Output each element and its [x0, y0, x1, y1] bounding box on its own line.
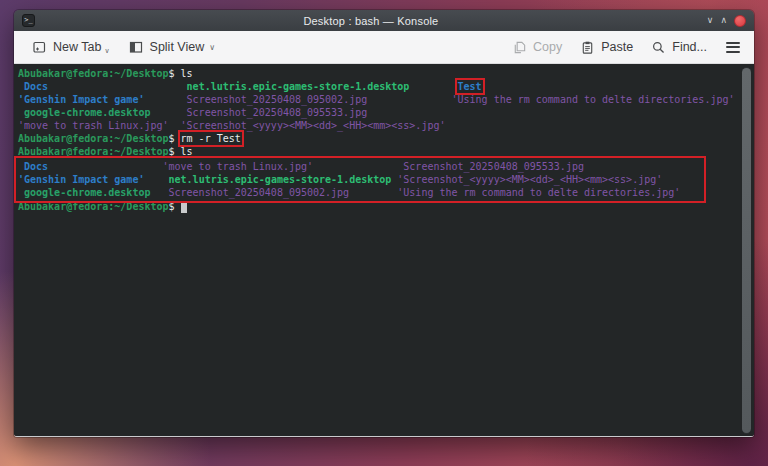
new-tab-dropdown-icon: ∨	[104, 47, 109, 55]
titlebar[interactable]: >_ Desktop : bash — Konsole ∨ ∧	[14, 10, 754, 31]
scrollbar-track	[742, 67, 751, 434]
terminal-text: Screenshot_20250408_095002.jpg	[187, 94, 368, 105]
terminal-output[interactable]: Abubakar@fedora:~/Desktop$ ls Docs net.l…	[14, 64, 754, 437]
terminal-text	[409, 81, 457, 92]
terminal-text: 'move to trash Linux.jpg'	[18, 120, 169, 131]
window-title: Desktop : bash — Konsole	[35, 15, 707, 27]
maximize-button[interactable]: ∧	[720, 16, 727, 25]
terminal-text	[144, 94, 186, 105]
terminal-text: Docs	[18, 161, 48, 172]
split-view-button[interactable]: Split View ∨	[121, 34, 223, 60]
copy-icon	[512, 40, 527, 55]
terminal-line: google-chrome.desktop Screenshot_2025040…	[18, 186, 680, 199]
terminal-text: Abubakar@fedora:~/Desktop	[18, 68, 169, 79]
terminal-text: $ ls	[169, 146, 193, 157]
split-view-icon	[128, 39, 144, 55]
split-view-dropdown-icon: ∨	[209, 43, 215, 52]
terminal-text: 'Genshin Impact game'	[18, 94, 144, 105]
terminal-line: Docs 'move to trash Linux.jpg' Screensho…	[18, 160, 680, 173]
highlight-annotation-box: Docs 'move to trash Linux.jpg' Screensho…	[18, 160, 702, 199]
find-button[interactable]: Find...	[644, 35, 714, 60]
copy-button[interactable]: Copy	[505, 35, 569, 60]
terminal-text	[367, 94, 451, 105]
terminal-cursor	[181, 202, 187, 213]
new-tab-icon	[31, 39, 47, 55]
split-view-label: Split View	[150, 40, 205, 54]
new-tab-button[interactable]: New Tab ∨	[24, 34, 117, 60]
toolbar: New Tab ∨ Split View ∨ Copy Paste	[14, 31, 754, 64]
terminal-text: 'Using the rm command to delte directori…	[397, 187, 680, 198]
terminal-text: google-chrome.desktop	[18, 187, 150, 198]
terminal-line: google-chrome.desktop Screenshot_2025040…	[18, 106, 740, 119]
terminal-text: net.lutris.epic-games-store-1.desktop	[187, 81, 410, 92]
konsole-app-icon: >_	[22, 14, 35, 27]
terminal-text: rm -r Test	[181, 133, 241, 144]
find-label: Find...	[672, 40, 707, 54]
terminal-text: 'Screenshot_<yyyy><MM><dd>_<HH><mm><ss>.…	[397, 174, 662, 185]
close-button[interactable]	[734, 15, 746, 27]
terminal-text: $	[169, 201, 181, 212]
menu-button[interactable]	[718, 37, 744, 58]
terminal-text	[150, 107, 186, 118]
terminal-text: 'Screenshot_<yyyy><MM><dd>_<HH><mm><ss>.…	[181, 120, 446, 131]
terminal-text: Abubakar@fedora:~/Desktop	[18, 133, 169, 144]
terminal-text	[150, 187, 168, 198]
terminal-text	[313, 161, 403, 172]
terminal-line: Abubakar@fedora:~/Desktop$ ls	[18, 67, 740, 80]
terminal-text: $ ls	[169, 68, 193, 79]
terminal-text: google-chrome.desktop	[18, 107, 150, 118]
copy-label: Copy	[533, 40, 562, 54]
terminal-text: $	[169, 133, 181, 144]
terminal-text	[48, 81, 186, 92]
new-tab-label: New Tab	[53, 40, 101, 54]
terminal-text: Abubakar@fedora:~/Desktop	[18, 201, 169, 212]
paste-button[interactable]: Paste	[573, 35, 640, 60]
terminal-text: Screenshot_20250408_095533.jpg	[187, 107, 368, 118]
terminal-text: Docs	[18, 81, 48, 92]
search-icon	[651, 40, 666, 55]
terminal-text: Screenshot_20250408_095533.jpg	[403, 161, 584, 172]
terminal-block: Abubakar@fedora:~/Desktop$	[18, 200, 740, 213]
terminal-text: 'Using the rm command to delte directori…	[452, 94, 735, 105]
paste-label: Paste	[601, 40, 633, 54]
terminal-line: 'Genshin Impact game' net.lutris.epic-ga…	[18, 173, 680, 186]
terminal-text: 'Genshin Impact game'	[18, 174, 144, 185]
terminal-text: Test	[458, 81, 482, 92]
terminal-line: Abubakar@fedora:~/Desktop$ rm -r Test	[18, 132, 740, 145]
terminal-line: 'Genshin Impact game' Screenshot_2025040…	[18, 93, 740, 106]
terminal-line: Abubakar@fedora:~/Desktop$ ls	[18, 145, 740, 158]
scrollbar-thumb[interactable]	[742, 68, 751, 433]
terminal-text	[48, 161, 162, 172]
terminal-block: Abubakar@fedora:~/Desktop$ ls Docs net.l…	[18, 67, 740, 158]
terminal-text	[169, 120, 181, 131]
minimize-button[interactable]: ∨	[707, 16, 714, 25]
paste-icon	[580, 40, 595, 55]
terminal-text	[144, 174, 168, 185]
konsole-window: >_ Desktop : bash — Konsole ∨ ∧ New Tab …	[14, 10, 754, 437]
terminal-text	[349, 187, 397, 198]
terminal-text: net.lutris.epic-games-store-1.desktop	[169, 174, 392, 185]
terminal-line: 'move to trash Linux.jpg' 'Screenshot_<y…	[18, 119, 740, 132]
terminal-line: Docs net.lutris.epic-games-store-1.deskt…	[18, 80, 740, 93]
terminal-text: 'move to trash Linux.jpg'	[163, 161, 314, 172]
terminal-text: Abubakar@fedora:~/Desktop	[18, 146, 169, 157]
terminal-text: Screenshot_20250408_095002.jpg	[169, 187, 350, 198]
terminal-line: Abubakar@fedora:~/Desktop$	[18, 200, 740, 213]
